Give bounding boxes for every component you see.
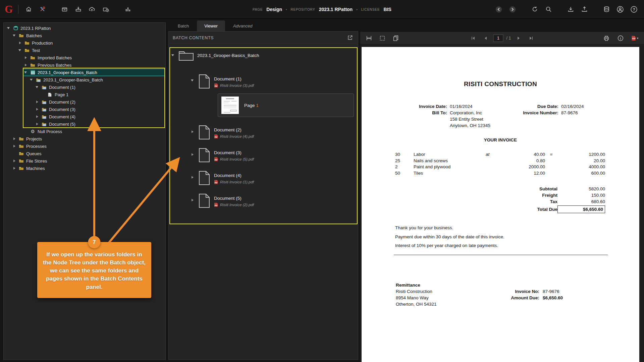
pdf-icon: PDF bbox=[214, 83, 218, 88]
grooper-logo[interactable]: G bbox=[5, 4, 13, 14]
invoice-total-row: Tax680.60 bbox=[395, 198, 605, 205]
search-button[interactable] bbox=[544, 5, 553, 14]
pdf-export-button[interactable]: PDF ▾ bbox=[630, 34, 639, 43]
popout-button[interactable] bbox=[346, 34, 354, 42]
chevron-down-icon[interactable] bbox=[191, 79, 195, 81]
tree-node-file-stores[interactable]: File Stores bbox=[4, 157, 165, 165]
invoice-line-item: 30Laborat40.00=1200.00 bbox=[395, 152, 605, 158]
tree-node-machines[interactable]: Machines bbox=[4, 165, 165, 172]
tree-node-label: Processes bbox=[26, 144, 47, 149]
stats-chart-button[interactable] bbox=[123, 5, 132, 14]
tab-viewer[interactable]: Viewer bbox=[197, 20, 225, 31]
tree-node-imported-batches[interactable]: Imported Batches bbox=[4, 54, 165, 61]
tree-node-document-5[interactable]: Document (5) bbox=[4, 120, 165, 128]
chevron-down-icon[interactable] bbox=[36, 86, 39, 88]
batch-box-button[interactable] bbox=[60, 5, 69, 14]
chevron-right-icon[interactable] bbox=[24, 64, 28, 66]
design-tools-button[interactable] bbox=[38, 5, 47, 14]
batch-document-row[interactable]: Document (5)PDFRisiti Invoice (2).pdf bbox=[191, 193, 355, 208]
indent bbox=[4, 28, 6, 28]
batch-clock-button[interactable] bbox=[101, 5, 110, 14]
chevron-right-icon[interactable] bbox=[191, 130, 195, 133]
invoice-total-label: Freight bbox=[395, 192, 557, 198]
tree-node-batches[interactable]: Batches bbox=[4, 32, 165, 39]
chevron-right-icon[interactable] bbox=[36, 115, 39, 118]
chevron-right-icon[interactable] bbox=[24, 56, 28, 59]
chevron-right-icon[interactable] bbox=[13, 145, 16, 147]
batch-document-row[interactable]: Document (4)PDFRisiti Invoice (1).pdf bbox=[191, 171, 355, 185]
next-page-button[interactable] bbox=[514, 34, 523, 43]
page-value[interactable]: Design bbox=[266, 7, 282, 12]
info-button[interactable]: i bbox=[616, 34, 625, 43]
fit-width-button[interactable] bbox=[364, 34, 374, 43]
tree-node-document-2[interactable]: Document (2) bbox=[4, 98, 165, 106]
invoice-document[interactable]: RISITI CONSTRUCTION Invoice Date: 01/16/… bbox=[362, 47, 639, 362]
chevron-down-icon[interactable] bbox=[18, 49, 22, 51]
tree-node-label: Projects bbox=[26, 136, 42, 141]
tree-node-queues[interactable]: Queues bbox=[4, 150, 165, 157]
pages-button[interactable] bbox=[391, 34, 400, 43]
chevron-right-icon[interactable] bbox=[36, 108, 39, 111]
tree-node-production[interactable]: Production bbox=[4, 39, 165, 47]
chevron-down-icon[interactable] bbox=[171, 54, 175, 56]
upload-button[interactable] bbox=[580, 5, 589, 14]
chevron-right-icon[interactable] bbox=[191, 199, 195, 201]
chevron-right-icon[interactable] bbox=[191, 176, 195, 179]
tree-node-label: Page 1 bbox=[55, 92, 68, 97]
tree-node-processes[interactable]: Processes bbox=[4, 142, 165, 150]
prev-page-button[interactable] bbox=[481, 34, 490, 43]
licensee-label: LICENSEE bbox=[361, 8, 380, 11]
topbar-left-group: G bbox=[0, 4, 132, 14]
batch-root-row[interactable]: 2023.1_Grooper-Basics_Batch bbox=[171, 50, 355, 61]
refresh-button[interactable] bbox=[530, 5, 539, 14]
download-button[interactable] bbox=[566, 5, 575, 14]
batch-import-button[interactable] bbox=[73, 5, 83, 14]
first-page-button[interactable] bbox=[469, 34, 478, 43]
tree-node-page-1[interactable]: Page 1 bbox=[4, 91, 165, 98]
print-button[interactable] bbox=[602, 34, 611, 43]
tree-node-null-process[interactable]: ⚙Null Process bbox=[4, 128, 165, 135]
batch-document-row[interactable]: Document (1)PDFRisiti Invoice (3).pdf bbox=[191, 74, 355, 89]
tree-node-2023-1-grooper-basics-batch[interactable]: 2023.1_Grooper-Basics_Batch bbox=[4, 76, 165, 83]
back-button[interactable] bbox=[494, 5, 503, 14]
help-button[interactable]: ? bbox=[629, 5, 639, 14]
batch-document-row[interactable]: Document (3)PDFRisiti Invoice (5).pdf bbox=[191, 148, 355, 163]
user-button[interactable] bbox=[615, 5, 625, 14]
document-icon bbox=[199, 171, 210, 185]
marquee-select-button[interactable] bbox=[378, 34, 387, 43]
tree-node-2023-1-grooper-basics-batch[interactable]: 2023.1_Grooper-Basics_Batch bbox=[4, 69, 165, 76]
chevron-down-icon[interactable] bbox=[7, 27, 11, 29]
chevron-right-icon[interactable] bbox=[13, 160, 16, 162]
tree-node-2023-1-rpatton[interactable]: 2023.1 RPatton bbox=[4, 24, 165, 32]
indent bbox=[4, 87, 35, 87]
chevron-down-icon[interactable] bbox=[13, 35, 16, 37]
chevron-right-icon[interactable] bbox=[191, 153, 195, 156]
tree-node-projects[interactable]: Projects bbox=[4, 135, 165, 142]
tree-node-document-3[interactable]: Document (3) bbox=[4, 106, 165, 113]
tab-advanced[interactable]: Advanced bbox=[226, 20, 260, 31]
document-icon bbox=[41, 122, 47, 126]
last-page-button[interactable] bbox=[526, 34, 536, 43]
repository-value[interactable]: 2023.1 RPatton bbox=[319, 7, 353, 12]
batch-page-row[interactable]: Page 1 bbox=[218, 94, 354, 117]
tree-node-document-4[interactable]: Document (4) bbox=[4, 113, 165, 120]
chevron-right-icon[interactable] bbox=[13, 167, 16, 170]
database-button[interactable] bbox=[602, 5, 611, 14]
batch-document-row[interactable]: Document (2)PDFRisiti Invoice (4).pdf bbox=[191, 125, 355, 140]
chevron-right-icon[interactable] bbox=[13, 137, 16, 140]
chevron-down-icon[interactable] bbox=[30, 79, 34, 81]
page-number-input[interactable]: 1 bbox=[493, 35, 503, 42]
chevron-down-icon[interactable] bbox=[24, 71, 28, 73]
tree-node-test[interactable]: Test bbox=[4, 47, 165, 54]
chevron-right-icon[interactable] bbox=[36, 101, 39, 103]
batch-contents-title: BATCH CONTENTS bbox=[173, 36, 214, 40]
tree-node-document-1[interactable]: Document (1) bbox=[4, 83, 165, 91]
forward-button[interactable] bbox=[508, 5, 517, 14]
tab-batch[interactable]: Batch bbox=[170, 20, 196, 31]
cloud-upload-button[interactable] bbox=[87, 5, 97, 14]
tree-node-previous-batches[interactable]: Previous Batches bbox=[4, 61, 165, 69]
tree-node-main: Projects bbox=[12, 135, 164, 142]
chevron-right-icon[interactable] bbox=[18, 42, 22, 44]
chevron-right-icon[interactable] bbox=[36, 123, 39, 125]
home-button[interactable] bbox=[24, 5, 33, 14]
